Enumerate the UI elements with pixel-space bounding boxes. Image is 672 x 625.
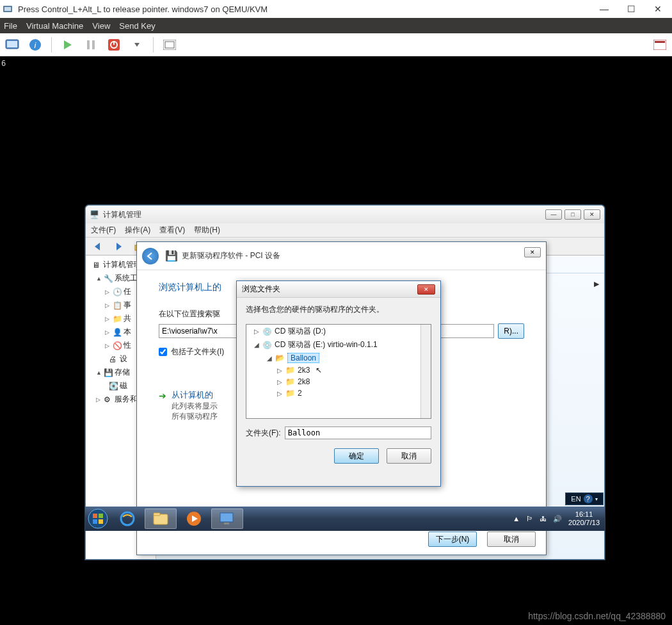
menu-file[interactable]: File bbox=[4, 21, 17, 31]
storage-icon: 💾 bbox=[104, 368, 113, 377]
menu-send-key[interactable]: Send Key bbox=[119, 21, 155, 31]
mgmt-icon: 🖥️ bbox=[90, 210, 99, 219]
close-button[interactable]: ✕ bbox=[650, 4, 666, 14]
tree-2[interactable]: 2 bbox=[298, 389, 302, 398]
tree-tasks[interactable]: 任 bbox=[124, 286, 131, 297]
tree-cd-d[interactable]: CD 驱动器 (D:) bbox=[275, 326, 326, 337]
folder-input[interactable] bbox=[285, 426, 431, 439]
folder-icon: 📁 bbox=[285, 377, 296, 386]
option-desc-1: 此列表将显示 bbox=[172, 402, 218, 410]
svg-rect-23 bbox=[99, 514, 103, 518]
tree-2k8[interactable]: 2k8 bbox=[298, 377, 310, 386]
svg-point-21 bbox=[88, 509, 108, 528]
tree-storage[interactable]: 存储 bbox=[115, 367, 130, 378]
folder-icon: 📁 bbox=[285, 366, 296, 375]
mgmt-title: 计算机管理 bbox=[103, 209, 141, 220]
help-icon[interactable]: ? bbox=[584, 494, 593, 503]
network-icon[interactable]: 🖧 bbox=[540, 515, 547, 523]
toolbar-separator bbox=[51, 37, 52, 53]
taskbar: ▲ 🏳 🖧 🔊 16:11 2020/7/13 bbox=[85, 507, 605, 531]
tree-2k3[interactable]: 2k3 bbox=[298, 366, 310, 375]
pause-icon[interactable] bbox=[81, 36, 100, 54]
browse-titlebar[interactable]: 浏览文件夹 ✕ bbox=[237, 281, 440, 298]
close-button[interactable]: ✕ bbox=[417, 284, 435, 295]
cancel-button[interactable]: 取消 bbox=[387, 448, 431, 464]
scrollbar[interactable] bbox=[420, 325, 431, 418]
minimize-button[interactable]: — bbox=[545, 209, 562, 220]
maximize-button[interactable]: □ bbox=[564, 209, 581, 220]
svg-marker-17 bbox=[95, 243, 100, 250]
lang-code[interactable]: EN bbox=[571, 495, 580, 503]
taskbar-media-player[interactable] bbox=[178, 508, 210, 529]
share-icon: 📁 bbox=[113, 314, 122, 323]
clock[interactable]: 16:11 2020/7/13 bbox=[568, 510, 600, 527]
menu-help[interactable]: 帮助(H) bbox=[194, 225, 220, 236]
event-icon: 📋 bbox=[113, 301, 122, 310]
folder-tree[interactable]: ▷💿CD 驱动器 (D:) ◢💿CD 驱动器 (E:) virtio-win-0… bbox=[246, 324, 431, 419]
back-button[interactable] bbox=[142, 248, 159, 264]
qemu-viewer-window: Press Control_L+Alt_L to release pointer… bbox=[0, 0, 672, 625]
volume-icon[interactable]: 🔊 bbox=[553, 515, 562, 523]
browse-button[interactable]: R)... bbox=[498, 323, 524, 339]
tray-arrow-icon[interactable]: ▲ bbox=[513, 515, 520, 523]
start-button[interactable] bbox=[85, 507, 111, 531]
browse-message: 选择包含您的硬件的驱动程序的文件夹。 bbox=[246, 304, 431, 315]
tree-services[interactable]: 服务和 bbox=[115, 394, 138, 405]
close-button[interactable]: ✕ bbox=[524, 247, 541, 257]
minimize-button[interactable]: — bbox=[596, 4, 612, 14]
tree-root[interactable]: 计算机管理 bbox=[103, 259, 141, 270]
screenshot-icon[interactable] bbox=[650, 36, 669, 54]
tree-disk[interactable]: 磁 bbox=[120, 380, 127, 391]
tree-devmgr[interactable]: 设 bbox=[120, 353, 127, 364]
forward-icon[interactable] bbox=[109, 238, 128, 256]
svg-rect-16 bbox=[655, 41, 665, 43]
tree-perf[interactable]: 性 bbox=[124, 340, 131, 351]
language-bar[interactable]: EN ? ▾ bbox=[565, 492, 604, 505]
tree-shares[interactable]: 共 bbox=[124, 313, 131, 324]
scroll-right-icon[interactable]: ▶ bbox=[594, 280, 599, 288]
taskbar-computer-management[interactable] bbox=[211, 508, 243, 529]
system-tray: ▲ 🏳 🖧 🔊 16:11 2020/7/13 bbox=[508, 510, 605, 527]
menu-file[interactable]: 文件(F) bbox=[91, 225, 116, 236]
flag-icon[interactable]: 🏳 bbox=[526, 515, 533, 523]
qemu-menubar: File Virtual Machine View Send Key bbox=[0, 18, 672, 33]
fullscreen-icon[interactable] bbox=[160, 36, 179, 54]
menu-view[interactable]: 查看(V) bbox=[159, 225, 185, 236]
tools-icon: 🔧 bbox=[104, 274, 113, 283]
console-icon[interactable] bbox=[3, 36, 22, 54]
menu-virtual-machine[interactable]: Virtual Machine bbox=[26, 21, 83, 31]
tree-local[interactable]: 本 bbox=[124, 327, 131, 337]
mgmt-titlebar[interactable]: 🖥️ 计算机管理 — □ ✕ bbox=[86, 206, 604, 223]
arrow-icon: ➔ bbox=[159, 391, 166, 401]
cancel-button[interactable]: 取消 bbox=[487, 532, 536, 547]
svg-rect-3 bbox=[7, 41, 17, 47]
disk-icon: 💽 bbox=[109, 382, 118, 391]
info-icon[interactable]: i bbox=[26, 36, 45, 54]
svg-marker-6 bbox=[64, 40, 72, 49]
next-button[interactable]: 下一步(N) bbox=[428, 532, 477, 547]
tree-systools[interactable]: 系统工 bbox=[115, 273, 138, 284]
device-icon: 🖨 bbox=[109, 355, 118, 364]
tree-cd-e[interactable]: CD 驱动器 (E:) virtio-win-0.1.1 bbox=[275, 339, 378, 350]
lang-dropdown-icon[interactable]: ▾ bbox=[595, 496, 598, 502]
include-subfolders-checkbox[interactable] bbox=[159, 348, 167, 356]
play-icon[interactable] bbox=[58, 36, 77, 54]
back-icon[interactable] bbox=[88, 238, 108, 256]
tree-events[interactable]: 事 bbox=[124, 300, 131, 311]
checkbox-label: 包括子文件夹(I) bbox=[171, 346, 224, 357]
menu-view[interactable]: View bbox=[92, 21, 110, 31]
computer-icon: 🖥 bbox=[92, 261, 101, 270]
vm-icon bbox=[3, 4, 13, 14]
power-icon[interactable] bbox=[104, 36, 124, 54]
power-dropdown-icon[interactable] bbox=[127, 36, 147, 54]
taskbar-ie[interactable] bbox=[111, 508, 143, 529]
maximize-button[interactable]: ☐ bbox=[623, 4, 639, 14]
taskbar-explorer[interactable] bbox=[145, 508, 177, 529]
folder-open-icon: 📂 bbox=[275, 353, 285, 362]
ok-button[interactable]: 确定 bbox=[334, 448, 379, 464]
mgmt-menubar: 文件(F) 操作(A) 查看(V) 帮助(H) bbox=[86, 223, 604, 238]
menu-action[interactable]: 操作(A) bbox=[125, 225, 150, 236]
tree-balloon[interactable]: Balloon bbox=[287, 353, 319, 363]
svg-rect-8 bbox=[92, 40, 95, 49]
close-button[interactable]: ✕ bbox=[584, 209, 600, 220]
